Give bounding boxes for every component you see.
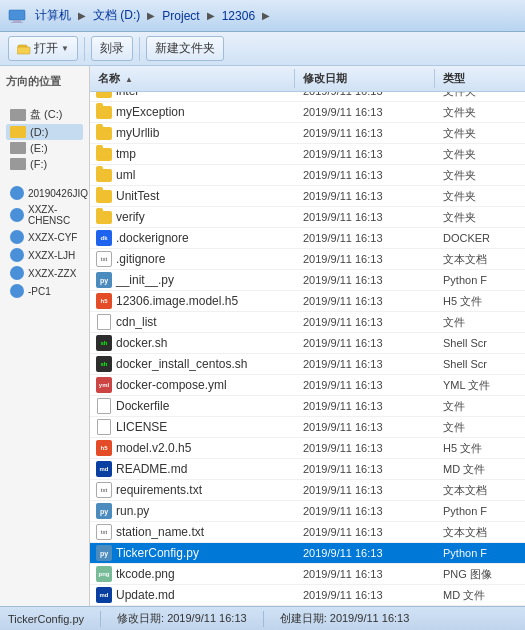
file-type: 文本文档 <box>435 483 525 498</box>
file-type: Python F <box>435 505 525 517</box>
file-name-cell: dk.dockerignore <box>90 229 295 247</box>
network-icon <box>10 266 24 280</box>
file-date: 2019/9/11 16:13 <box>295 232 435 244</box>
col-name[interactable]: 名称 ▲ <box>90 69 295 88</box>
file-type: H5 文件 <box>435 294 525 309</box>
sidebar-network--pc1[interactable]: -PC1 <box>6 282 83 300</box>
file-name-cell: mdREADME.md <box>90 460 295 478</box>
file-date: 2019/9/11 16:13 <box>295 421 435 433</box>
table-row[interactable]: h512306.image.model.h52019/9/11 16:13H5 … <box>90 291 525 312</box>
table-row[interactable]: h5model.v2.0.h52019/9/11 16:13H5 文件 <box>90 438 525 459</box>
table-row[interactable]: shdocker_install_centos.sh2019/9/11 16:1… <box>90 354 525 375</box>
table-row[interactable]: inter2019/9/11 16:13文件夹 <box>90 92 525 102</box>
network-icon <box>10 208 24 222</box>
breadcrumb-12306[interactable]: 12306 <box>219 8 258 24</box>
status-created: 创建日期: 2019/9/11 16:13 <box>280 611 410 626</box>
table-row[interactable]: pyrun.py2019/9/11 16:13Python F <box>90 501 525 522</box>
file-name-cell: cdn_list <box>90 313 295 331</box>
file-name-cell: pyTickerConfig.py <box>90 544 295 562</box>
sidebar-network-20190426jiq[interactable]: 20190426JIQ <box>6 184 83 202</box>
file-name-cell: pyrun.py <box>90 502 295 520</box>
col-type[interactable]: 类型 <box>435 69 525 88</box>
table-row[interactable]: dk.dockerignore2019/9/11 16:13DOCKER <box>90 228 525 249</box>
title-bar: 计算机 ▶ 文档 (D:) ▶ Project ▶ 12306 ▶ <box>0 0 525 32</box>
generic-file-icon <box>96 398 112 414</box>
table-row[interactable]: myUrllib2019/9/11 16:13文件夹 <box>90 123 525 144</box>
file-type: 文件 <box>435 399 525 414</box>
file-date: 2019/9/11 16:13 <box>295 190 435 202</box>
file-name-text: 12306.image.model.h5 <box>116 294 238 308</box>
drive-e[interactable]: (E:) <box>6 140 83 156</box>
burn-button[interactable]: 刻录 <box>91 36 133 61</box>
sidebar-network-xxzx-zzx[interactable]: XXZX-ZZX <box>6 264 83 282</box>
drive-d-icon <box>10 126 26 138</box>
network-icon <box>10 230 24 244</box>
drive-c[interactable]: 盘 (C:) <box>6 105 83 124</box>
sidebar-network-xxzx-chensc[interactable]: XXZX-CHENSC <box>6 202 83 228</box>
new-folder-button[interactable]: 新建文件夹 <box>146 36 224 61</box>
table-row[interactable]: Dockerfile2019/9/11 16:13文件 <box>90 396 525 417</box>
file-date: 2019/9/11 16:13 <box>295 505 435 517</box>
table-row[interactable]: shdocker.sh2019/9/11 16:13Shell Scr <box>90 333 525 354</box>
file-name-text: run.py <box>116 504 149 518</box>
file-type: Python F <box>435 274 525 286</box>
table-row[interactable]: ymldocker-compose.yml2019/9/11 16:13YML … <box>90 375 525 396</box>
toolbar-separator-1 <box>84 37 85 61</box>
table-row[interactable]: cdn_list2019/9/11 16:13文件 <box>90 312 525 333</box>
table-row[interactable]: LICENSE2019/9/11 16:13文件 <box>90 417 525 438</box>
file-name-cell: txt.gitignore <box>90 250 295 268</box>
file-name-text: LICENSE <box>116 420 167 434</box>
table-row[interactable]: pngtkcode.png2019/9/11 16:13PNG 图像 <box>90 564 525 585</box>
table-row[interactable]: uml2019/9/11 16:13文件夹 <box>90 165 525 186</box>
file-date: 2019/9/11 16:13 <box>295 463 435 475</box>
breadcrumb-drive[interactable]: 文档 (D:) <box>90 6 143 25</box>
folder-file-icon <box>96 146 112 162</box>
file-type: 文件夹 <box>435 126 525 141</box>
file-date: 2019/9/11 16:13 <box>295 442 435 454</box>
file-date: 2019/9/11 16:13 <box>295 547 435 559</box>
file-date: 2019/9/11 16:13 <box>295 379 435 391</box>
table-row[interactable]: myException2019/9/11 16:13文件夹 <box>90 102 525 123</box>
network-label: XXZX-CHENSC <box>28 204 79 226</box>
network-label: XXZX-ZZX <box>28 268 76 279</box>
file-type: 文本文档 <box>435 525 525 540</box>
drive-d[interactable]: (D:) <box>6 124 83 140</box>
file-name-cell: shdocker.sh <box>90 334 295 352</box>
table-row[interactable]: txtrequirements.txt2019/9/11 16:13文本文档 <box>90 480 525 501</box>
file-name-cell: mdUpdate.md <box>90 586 295 604</box>
table-row[interactable]: txtstation_name.txt2019/9/11 16:13文本文档 <box>90 522 525 543</box>
breadcrumb-project[interactable]: Project <box>159 8 202 24</box>
folder-file-icon <box>96 188 112 204</box>
file-type: PNG 图像 <box>435 567 525 582</box>
table-row[interactable]: mdREADME.md2019/9/11 16:13MD 文件 <box>90 459 525 480</box>
table-row[interactable]: txt.gitignore2019/9/11 16:13文本文档 <box>90 249 525 270</box>
file-name-cell: tmp <box>90 145 295 163</box>
svg-rect-4 <box>17 47 30 54</box>
file-name-text: UnitTest <box>116 189 159 203</box>
sidebar-network-xxzx-cyf[interactable]: XXZX-CYF <box>6 228 83 246</box>
open-button[interactable]: 打开 ▼ <box>8 36 78 61</box>
table-row[interactable]: py__init__.py2019/9/11 16:13Python F <box>90 270 525 291</box>
table-row[interactable]: mdUpdate.md2019/9/11 16:13MD 文件 <box>90 585 525 606</box>
file-name-text: TickerConfig.py <box>116 546 199 560</box>
table-row[interactable]: tmp2019/9/11 16:13文件夹 <box>90 144 525 165</box>
table-row[interactable]: pyTickerConfig.py2019/9/11 16:13Python F <box>90 543 525 564</box>
generic-file-icon <box>96 314 112 330</box>
file-name-text: tkcode.png <box>116 567 175 581</box>
drive-d-label: (D:) <box>30 126 48 138</box>
sort-arrow: ▲ <box>125 75 133 84</box>
file-name-cell: inter <box>90 92 295 100</box>
file-name-text: station_name.txt <box>116 525 204 539</box>
sidebar-network-xxzx-ljh[interactable]: XXZX-LJH <box>6 246 83 264</box>
file-date: 2019/9/11 16:13 <box>295 253 435 265</box>
table-row[interactable]: UnitTest2019/9/11 16:13文件夹 <box>90 186 525 207</box>
table-row[interactable]: verify2019/9/11 16:13文件夹 <box>90 207 525 228</box>
file-name-cell: txtrequirements.txt <box>90 481 295 499</box>
file-name-text: .dockerignore <box>116 231 189 245</box>
drive-f[interactable]: (F:) <box>6 156 83 172</box>
file-name-text: __init__.py <box>116 273 174 287</box>
file-date: 2019/9/11 16:13 <box>295 106 435 118</box>
network-label: XXZX-LJH <box>28 250 75 261</box>
col-date[interactable]: 修改日期 <box>295 69 435 88</box>
breadcrumb-computer[interactable]: 计算机 <box>32 6 74 25</box>
